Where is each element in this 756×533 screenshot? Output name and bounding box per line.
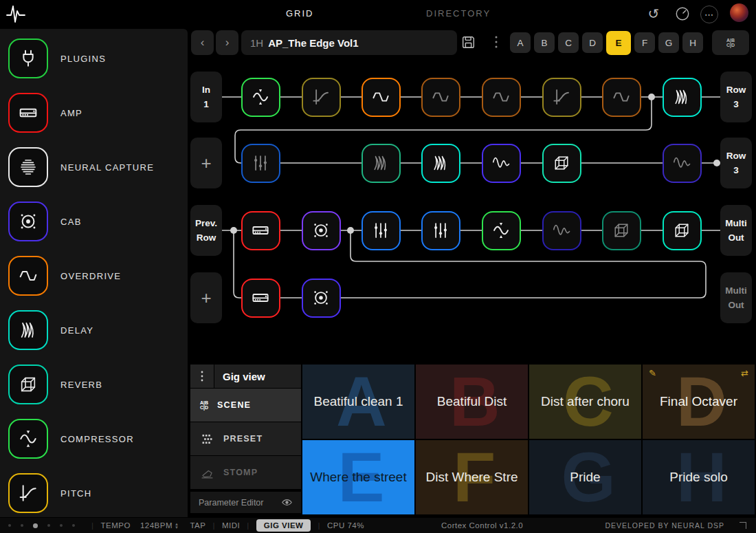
scene-tile-label: Dist Where Stre [425, 469, 518, 486]
delay-block[interactable] [362, 144, 401, 183]
compressor-block[interactable] [482, 211, 521, 250]
scene-tile-e[interactable]: EWhere the street [302, 440, 414, 514]
gig-menu-item-preset[interactable]: PRESET [190, 422, 301, 455]
delay-icon [370, 153, 391, 173]
scene-tile-label: Pride [570, 469, 600, 486]
compressor-block[interactable] [241, 78, 280, 117]
delay-block[interactable] [421, 144, 460, 183]
amp-icon [250, 220, 271, 241]
mod-block[interactable] [482, 144, 521, 183]
parameter-editor-row[interactable]: Parameter Editor [190, 492, 301, 513]
mod-icon [491, 153, 511, 173]
delay-icon [430, 153, 451, 173]
reverb-block[interactable] [602, 211, 641, 250]
reverb-block[interactable] [542, 144, 581, 183]
reverb-block[interactable] [663, 211, 702, 250]
page-dots[interactable] [8, 523, 75, 528]
row-endpoint-multi-out: MultiOut [720, 205, 752, 256]
scene-tile-label: Final Octaver [660, 393, 737, 411]
status-bar: | TEMPO 124BPM▲▼ TAP | MIDI | GIG VIEW |… [0, 518, 756, 533]
midi-button[interactable]: MIDI [222, 521, 240, 530]
overdrive-block[interactable] [362, 78, 401, 117]
delay-icon [671, 87, 692, 107]
tap-button[interactable]: TAP [190, 521, 205, 530]
overdrive-icon [370, 87, 391, 107]
add-row-button[interactable]: + [190, 272, 222, 323]
eye-icon [281, 497, 293, 508]
row-endpoint-row-3: Row3 [720, 72, 752, 122]
parameter-editor-label: Parameter Editor [199, 498, 263, 508]
eq-icon [430, 220, 451, 241]
row-endpoint-multi-out: MultiOut [720, 272, 752, 323]
mod-block[interactable] [542, 211, 581, 250]
row-endpoint-prev-row: Prev.Row [190, 205, 222, 256]
compressor-icon [491, 220, 511, 241]
gig-menu-label: SCENE [217, 400, 251, 410]
pitch-block[interactable] [542, 78, 581, 117]
scene-tile-label: Dist after choru [541, 393, 630, 411]
edit-pencil-icon[interactable]: ✎ [649, 368, 656, 378]
pitch-block[interactable] [302, 78, 341, 117]
developer-credit: DEVELOPED BY NEURAL DSP [605, 521, 724, 530]
row-endpoint-row-3: Row3 [720, 138, 752, 188]
pitch-icon [551, 87, 572, 107]
tempo-label: TEMPO [101, 521, 131, 530]
gig-view-title: Gig view [214, 365, 301, 388]
reverb-icon [551, 153, 572, 173]
mod-icon [551, 220, 572, 241]
scene-tile-f[interactable]: FDist Where Stre [416, 440, 528, 514]
bpm-value[interactable]: 124BPM▲▼ [140, 521, 179, 530]
eq-icon [250, 153, 271, 173]
swap-icon[interactable]: ⇄ [741, 368, 748, 378]
scene-tile-h[interactable]: HPride solo [643, 440, 755, 514]
delay-block[interactable] [663, 78, 702, 117]
amp-block[interactable] [241, 279, 280, 318]
overdrive-icon [491, 87, 511, 107]
scene-tile-label: Beatiful Dist [437, 393, 507, 411]
gig-view-panel: Gig view A|BC|DSCENEPRESETSTOMP Paramete… [190, 365, 301, 514]
cab-block[interactable] [302, 211, 341, 250]
gig-view-menu: A|BC|DSCENEPRESETSTOMP [190, 389, 301, 489]
scene-tile-label: Beatiful clean 1 [314, 393, 403, 411]
scene-tile-label: Where the street [310, 469, 406, 486]
gig-menu-item-stomp[interactable]: STOMP [190, 456, 301, 489]
eq-block[interactable] [421, 211, 460, 250]
drag-handle-icon[interactable] [190, 365, 214, 388]
scene-tile-a[interactable]: ABeatiful clean 1 [302, 365, 414, 439]
row-endpoint-in-1: In1 [190, 72, 222, 122]
scene-tile-d[interactable]: DFinal Octaver✎⇄ [643, 365, 755, 439]
scene-tile-c[interactable]: CDist after choru [529, 365, 641, 439]
resize-corner-icon[interactable] [740, 522, 746, 529]
cab-block[interactable] [302, 279, 341, 318]
cpu-usage: CPU 74% [327, 521, 364, 530]
scene-icon: A|BC|D [200, 400, 208, 411]
bpm-stepper-icon: ▲▼ [175, 523, 179, 529]
gig-view-button[interactable]: GIG VIEW [256, 519, 311, 532]
stomp-icon [200, 466, 214, 480]
scene-tile-g[interactable]: GPride [529, 440, 641, 514]
gig-view-header: Gig view [190, 365, 301, 388]
overdrive-block[interactable] [482, 78, 521, 117]
add-row-button[interactable]: + [190, 138, 222, 188]
gig-menu-label: STOMP [223, 468, 258, 477]
eq-block[interactable] [241, 144, 280, 183]
app-version: Cortex Control v1.2.0 [441, 521, 523, 530]
eq-block[interactable] [362, 211, 401, 250]
overdrive-icon [611, 87, 632, 107]
mod-block[interactable] [663, 144, 702, 183]
gig-menu-label: PRESET [223, 434, 263, 444]
eq-icon [370, 220, 391, 241]
scene-tiles: ABeatiful clean 1BBeatiful DistCDist aft… [302, 365, 756, 514]
reverb-icon [671, 220, 692, 241]
pitch-icon [311, 87, 331, 107]
amp-block[interactable] [241, 211, 280, 250]
overdrive-icon [430, 87, 451, 107]
overdrive-block[interactable] [602, 78, 641, 117]
scene-tile-b[interactable]: BBeatiful Dist [416, 365, 528, 439]
overdrive-block[interactable] [421, 78, 460, 117]
scene-tile-label: Pride solo [669, 469, 728, 486]
reverb-icon [611, 220, 632, 241]
cab-icon [311, 287, 331, 308]
preset-icon [200, 432, 214, 446]
gig-menu-item-scene[interactable]: A|BC|DSCENE [190, 389, 301, 422]
